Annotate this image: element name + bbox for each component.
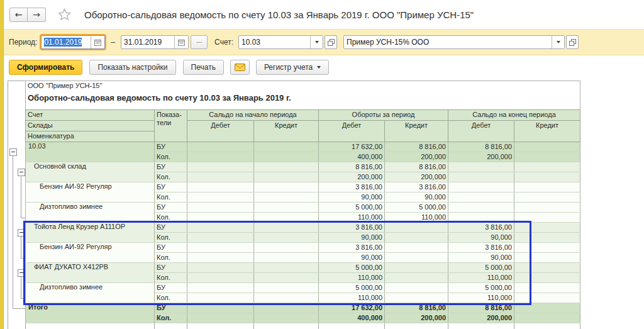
indicator-cell[interactable]: БУ [155,283,187,293]
value-cell[interactable]: 8 816,00 [319,162,385,172]
value-cell[interactable]: 110,000 [385,213,448,223]
value-cell[interactable] [514,213,580,223]
value-cell[interactable] [514,233,580,243]
value-cell[interactable] [187,243,254,253]
indicator-cell[interactable]: Кол. [155,213,187,223]
value-cell[interactable] [187,192,254,203]
value-cell[interactable] [187,273,254,283]
indicator-cell[interactable]: БУ [155,223,187,233]
value-cell[interactable]: 110,000 [319,213,385,223]
value-cell[interactable]: 3 816,00 [319,243,385,253]
date-to-field[interactable]: 31.01.2019 [121,35,189,49]
indicator-cell[interactable]: Кол. [155,172,187,182]
expand-toggle[interactable] [18,229,25,237]
value-cell[interactable] [514,192,580,203]
value-cell[interactable] [385,223,448,233]
value-cell[interactable] [514,142,580,152]
date-to-calendar-button[interactable] [174,36,188,48]
date-from-calendar-button[interactable] [91,36,104,48]
value-cell[interactable] [254,142,319,152]
value-cell[interactable] [385,293,448,303]
value-cell[interactable] [385,283,448,293]
value-cell[interactable] [254,253,319,263]
account-dropdown-button[interactable] [310,36,323,48]
back-button[interactable]: ← [9,8,28,22]
row-name-cell[interactable]: Дизтопливо зимнее [26,283,155,303]
value-cell[interactable]: 8 816,00 [448,142,514,152]
value-cell[interactable] [448,192,514,203]
value-cell[interactable] [254,303,319,313]
indicator-cell[interactable]: БУ [155,303,187,313]
indicator-cell[interactable]: БУ [155,162,187,172]
value-cell[interactable]: 5 000,00 [448,283,514,293]
value-cell[interactable] [254,263,319,273]
value-cell[interactable]: 200,000 [385,313,448,323]
expand-toggle[interactable] [18,269,25,277]
account-combo[interactable]: 10.03 [238,35,323,49]
value-cell[interactable] [187,263,254,273]
indicator-cell[interactable]: БУ [155,182,187,192]
value-cell[interactable]: 90,000 [448,233,514,243]
value-cell[interactable] [254,223,319,233]
date-from-value[interactable]: 01.01.2019 [44,38,82,47]
value-cell[interactable] [254,313,319,323]
value-cell[interactable]: 90,000 [448,253,514,263]
total-name-cell[interactable]: Итого [26,303,155,323]
value-cell[interactable] [514,223,580,233]
value-cell[interactable] [187,233,254,243]
value-cell[interactable] [187,223,254,233]
period-more-button[interactable]: ... [191,35,208,49]
indicator-cell[interactable]: БУ [155,243,187,253]
value-cell[interactable]: 90,000 [319,233,385,243]
value-cell[interactable] [254,172,319,182]
indicator-cell[interactable]: Кол. [155,273,187,283]
value-cell[interactable] [514,152,580,162]
value-cell[interactable]: 3 816,00 [385,182,448,192]
indicator-cell[interactable]: БУ [155,263,187,273]
value-cell[interactable]: 110,000 [319,273,385,283]
value-cell[interactable]: 3 816,00 [448,223,514,233]
indicator-cell[interactable]: БУ [155,142,187,152]
indicator-cell[interactable]: Кол. [155,313,187,323]
value-cell[interactable]: 5 000,00 [319,283,385,293]
value-cell[interactable] [187,283,254,293]
value-cell[interactable] [385,263,448,273]
value-cell[interactable] [514,253,580,263]
value-cell[interactable] [254,152,319,162]
value-cell[interactable]: 17 632,00 [319,303,385,313]
value-cell[interactable]: 200,000 [385,172,448,182]
value-cell[interactable] [514,273,580,283]
value-cell[interactable]: 200,000 [448,152,514,162]
value-cell[interactable] [448,213,514,223]
value-cell[interactable] [385,273,448,283]
value-cell[interactable] [254,213,319,223]
value-cell[interactable] [514,283,580,293]
value-cell[interactable] [187,152,254,162]
value-cell[interactable] [254,182,319,192]
value-cell[interactable]: 90,000 [319,253,385,263]
value-cell[interactable]: 8 816,00 [448,303,514,313]
date-to-value[interactable]: 31.01.2019 [121,36,174,48]
value-cell[interactable] [187,293,254,303]
indicator-cell[interactable]: Кол. [155,233,187,243]
value-cell[interactable]: 90,000 [385,192,448,203]
row-name-cell[interactable]: Тойота Ленд Крузер А111ОР [26,223,155,243]
value-cell[interactable] [254,233,319,243]
forward-button[interactable]: → [28,8,46,22]
value-cell[interactable] [385,243,448,253]
value-cell[interactable] [514,243,580,253]
value-cell[interactable] [254,273,319,283]
value-cell[interactable]: 400,000 [319,152,385,162]
value-cell[interactable] [514,293,580,303]
value-cell[interactable] [514,172,580,182]
show-settings-button[interactable]: Показать настройки [89,60,175,75]
value-cell[interactable]: 8 816,00 [385,303,448,313]
indicator-cell[interactable]: БУ [155,203,187,213]
value-cell[interactable]: 5 000,00 [319,203,385,213]
value-cell[interactable] [187,253,254,263]
value-cell[interactable]: 5 000,00 [385,203,448,213]
value-cell[interactable] [385,253,448,263]
value-cell[interactable]: 110,000 [448,293,514,303]
value-cell[interactable] [254,162,319,172]
row-name-cell[interactable]: Дизтопливо зимнее [26,203,155,223]
